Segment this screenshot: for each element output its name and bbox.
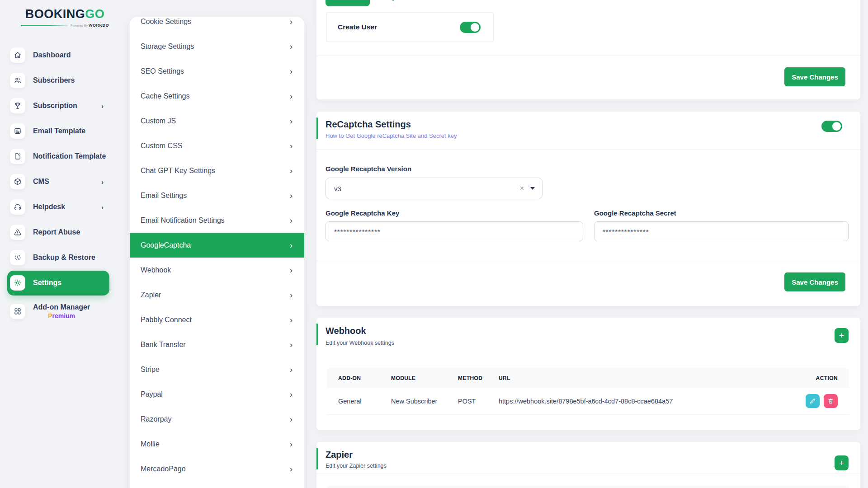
chevron-right-icon: › — [290, 191, 292, 201]
webhook-table-header: ADD-ON MODULE METHOD URL ACTION — [327, 368, 849, 388]
menu-item-email-settings[interactable]: Email Settings› — [130, 183, 304, 208]
delete-webhook-button[interactable] — [824, 394, 838, 408]
divider — [316, 56, 860, 56]
menu-item-storage-settings[interactable]: Storage Settings› — [130, 34, 304, 59]
menu-item-stripe[interactable]: Stripe› — [130, 357, 304, 382]
recaptcha-title: ReCaptcha Settings — [326, 119, 411, 130]
pencil-icon — [809, 398, 816, 404]
clear-icon[interactable]: × — [515, 184, 528, 192]
chevron-right-icon: › — [101, 102, 104, 110]
chevron-right-icon: › — [101, 203, 104, 211]
chevron-right-icon: › — [290, 240, 292, 250]
sidebar-item-email-template[interactable]: Email Template — [0, 118, 130, 144]
recaptcha-key-input[interactable] — [326, 221, 583, 241]
menu-item-email-notification-settings[interactable]: Email Notification Settings› — [130, 208, 304, 233]
menu-item-custom-js[interactable]: Custom JS› — [130, 108, 304, 133]
chevron-right-icon: › — [290, 439, 292, 449]
sidebar-item-label: Helpdesk — [33, 203, 65, 211]
menu-item-pabbly-connect[interactable]: Pabbly Connect› — [130, 307, 304, 332]
cell-actions — [779, 394, 849, 408]
create-user-toggle[interactable] — [460, 22, 481, 33]
sidebar-item-label: Email Template — [33, 127, 85, 135]
menu-item-googlecaptcha[interactable]: GoogleCaptcha› — [130, 233, 304, 258]
sidebar-item-cms[interactable]: CMS › — [0, 169, 130, 194]
menu-item-bank-transfer[interactable]: Bank Transfer› — [130, 332, 304, 357]
section-accent-bar — [316, 117, 318, 139]
menu-item-mollie[interactable]: Mollie› — [130, 432, 304, 456]
sidebar-item-label: Report Abuse — [33, 228, 80, 236]
sidebar: BOOKINGGO Powered By WORKDO Dashboard Su… — [0, 0, 130, 488]
webhook-subtitle: Edit your Webhook settings — [326, 340, 394, 346]
sidebar-item-subscribers[interactable]: Subscribers — [0, 68, 130, 93]
app-logo[interactable]: BOOKINGGO Powered By WORKDO — [0, 7, 130, 28]
col-addon: ADD-ON — [327, 375, 391, 381]
menu-item-coingate[interactable]: Coingate› — [130, 481, 304, 488]
save-changes-button[interactable]: Save Changes — [784, 67, 845, 86]
recaptcha-help-link[interactable]: How to Get Google reCaptcha Site and Sec… — [326, 132, 457, 139]
edit-webhook-button[interactable] — [806, 394, 820, 408]
webhook-title: Webhook — [326, 326, 366, 336]
recaptcha-version-select[interactable]: v3 × — [326, 178, 542, 199]
recaptcha-secret-input[interactable] — [594, 221, 849, 241]
sidebar-item-notification-template[interactable]: Notification Template — [0, 144, 130, 169]
col-action: ACTION — [779, 375, 849, 381]
logo-dark-part: BOOKING — [25, 7, 85, 21]
settings-tabs: General Helpdesk — [326, 0, 412, 6]
recaptcha-version-label: Google Recaptcha Version — [326, 165, 411, 173]
chevron-right-icon: › — [290, 464, 292, 474]
chevron-right-icon: › — [290, 66, 292, 76]
create-user-label: Create User — [338, 23, 377, 31]
section-accent-bar — [316, 324, 318, 345]
settings-active-pill: Settings — [7, 271, 109, 296]
webhook-table-row: General New Subscriber POST https://webh… — [327, 388, 849, 415]
chevron-right-icon: › — [290, 42, 292, 52]
general-settings-card: General Helpdesk Create User Save Change… — [316, 0, 860, 99]
sidebar-item-report-abuse[interactable]: Report Abuse — [0, 220, 130, 245]
menu-item-cookie-settings[interactable]: Cookie Settings› — [130, 17, 304, 34]
menu-item-chatgpt-key-settings[interactable]: Chat GPT Key Settings› — [130, 158, 304, 183]
premium-badge: Premium — [33, 312, 90, 319]
menu-item-paypal[interactable]: Paypal› — [130, 382, 304, 407]
backup-restore-icon — [10, 250, 25, 265]
cell-url: https://webhook.site/8798e5bf-a6cd-4cd7-… — [499, 398, 779, 405]
add-webhook-button[interactable]: + — [835, 328, 849, 343]
sidebar-item-subscription[interactable]: Subscription › — [0, 93, 130, 118]
users-icon — [10, 73, 25, 88]
sidebar-item-label: Settings — [33, 279, 61, 287]
trophy-icon — [10, 98, 25, 113]
chevron-right-icon: › — [290, 414, 292, 424]
sidebar-item-helpdesk[interactable]: Helpdesk › — [0, 194, 130, 220]
menu-item-webhook[interactable]: Webhook› — [130, 258, 304, 282]
recaptcha-settings-card: ReCaptcha Settings How to Get Google reC… — [316, 112, 860, 306]
chevron-right-icon: › — [290, 389, 292, 399]
recaptcha-toggle[interactable] — [821, 121, 842, 132]
template-icon — [10, 123, 25, 139]
menu-item-zapier[interactable]: Zapier› — [130, 282, 304, 307]
menu-item-seo-settings[interactable]: SEO Settings› — [130, 59, 304, 84]
menu-item-custom-css[interactable]: Custom CSS› — [130, 133, 304, 158]
sidebar-item-addon-manager[interactable]: Add-on Manager Premium — [0, 296, 130, 327]
logo-text: BOOKINGGO — [0, 7, 130, 21]
chevron-right-icon: › — [290, 290, 292, 300]
chevron-right-icon: › — [290, 166, 292, 176]
chevron-right-icon: › — [290, 17, 292, 27]
col-module: MODULE — [391, 375, 458, 381]
cell-addon: General — [327, 398, 391, 405]
cell-module: New Subscriber — [391, 398, 458, 405]
save-changes-button[interactable]: Save Changes — [784, 272, 845, 291]
add-zapier-button[interactable]: + — [835, 455, 849, 470]
sidebar-item-label: Dashboard — [33, 51, 71, 59]
select-value: v3 — [334, 185, 515, 192]
tab-helpdesk[interactable]: Helpdesk — [382, 0, 412, 1]
chevron-right-icon: › — [290, 141, 292, 151]
divider — [316, 474, 860, 474]
sidebar-item-dashboard[interactable]: Dashboard — [0, 42, 130, 68]
sidebar-item-label: Add-on Manager — [33, 303, 90, 311]
tab-general[interactable]: General — [326, 0, 370, 6]
menu-item-cache-settings[interactable]: Cache Settings› — [130, 84, 304, 108]
sidebar-item-settings[interactable]: Settings — [0, 270, 130, 296]
menu-item-mercadopago[interactable]: MercadoPago› — [130, 456, 304, 481]
webhook-card: Webhook Edit your Webhook settings + ADD… — [316, 318, 860, 430]
sidebar-item-backup-restore[interactable]: Backup & Restore — [0, 245, 130, 270]
menu-item-razorpay[interactable]: Razorpay› — [130, 407, 304, 432]
